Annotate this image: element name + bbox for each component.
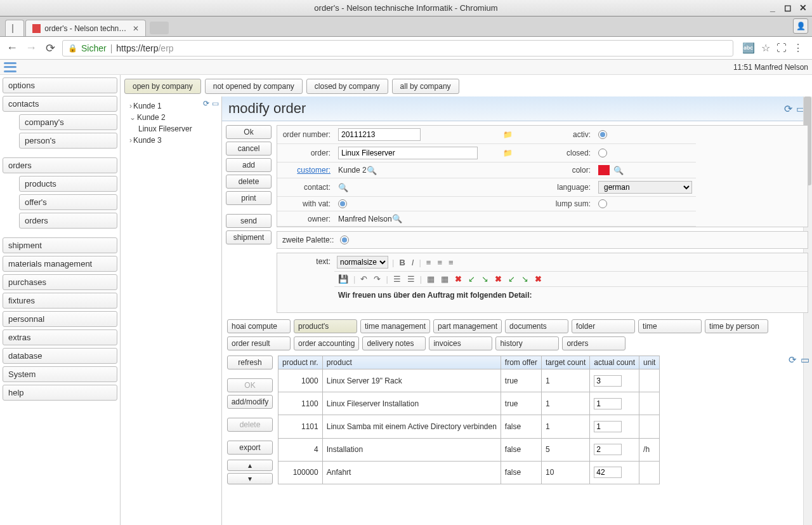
with-vat-radio[interactable] [338,199,347,208]
col-target-count[interactable]: target count [541,356,589,369]
align-left-icon[interactable]: ≡ [425,258,433,267]
folder-icon[interactable]: 📁 [503,130,513,139]
language-select[interactable]: german [598,181,692,194]
close-icon[interactable]: ✕ [798,3,808,13]
fullscreen-icon[interactable]: ⛶ [776,43,787,54]
maximize-icon[interactable]: ◻ [783,3,793,13]
row-before-icon[interactable]: ↙ [467,274,476,284]
table-row[interactable]: 100000Anfahrtfalse10 [278,461,660,484]
tab-documents[interactable]: documents [505,319,568,333]
list-ol-icon[interactable]: ☰ [406,274,416,284]
bookmark-icon[interactable]: ☆ [761,42,770,54]
expand-icon[interactable]: ▭ [212,99,219,108]
redo-icon[interactable]: ↷ [372,274,382,284]
refresh-icon[interactable]: ⟳ [789,354,797,366]
table-row[interactable]: 1101Linux Samba mit einem Active Directo… [278,415,660,438]
sidebar-item-system[interactable]: System [3,366,117,382]
search-icon[interactable]: 🔍 [338,183,348,192]
insert-icon[interactable]: ▦ [440,274,450,284]
sidebar-item-shipment[interactable]: shipment [3,237,117,253]
profile-icon[interactable]: 👤 [793,18,808,34]
tab-folder[interactable]: folder [572,319,635,333]
actual-count-input[interactable] [594,444,622,455]
delete-row-icon[interactable]: ✖ [494,274,503,284]
sidebar-item-orders-sub[interactable]: orders [19,213,117,229]
sidebar-item-persons[interactable]: person's [19,133,117,149]
move-down-button[interactable]: ▾ [227,473,273,484]
align-center-icon[interactable]: ≡ [436,258,443,267]
ok-button[interactable]: Ok [226,125,272,139]
col-after-icon[interactable]: ↘ [520,274,530,284]
search-icon[interactable]: 🔍 [613,166,624,175]
send-button[interactable]: send [226,214,272,228]
sidebar-item-offers[interactable]: offer's [19,194,117,210]
sidebar-item-materials[interactable]: materials management [3,256,117,272]
table-row[interactable]: 4Installationfalse5/h [278,438,660,461]
shipment-button[interactable]: shipment [226,230,272,244]
table-row[interactable]: 1100Linux Fileserver Installationtrue1 [278,392,660,415]
col-from-offer[interactable]: from offer [501,356,541,369]
tab-history[interactable]: history [495,336,559,350]
tab-order-accounting[interactable]: order accounting [294,336,359,350]
sidebar-item-options[interactable]: options [3,77,117,93]
tab-delivery-notes[interactable]: delivery notes [362,336,426,350]
sidebar-item-help[interactable]: help [3,385,117,401]
sidebar-item-orders[interactable]: orders [3,157,117,173]
tree-node-kunde3[interactable]: ›Kunde 3 [123,135,219,146]
bold-icon[interactable]: B [398,258,406,267]
cancel-button[interactable]: cancel [226,142,272,156]
undo-icon[interactable]: ↶ [359,274,369,284]
palette-radio[interactable] [340,236,349,244]
editor-textarea[interactable]: Wir freuen uns über den Auftrag mit folg… [334,287,808,312]
order-name-input[interactable] [338,147,478,159]
tab-time-by-person[interactable]: time by person [705,319,768,333]
tree-node-kunde2[interactable]: ⌄Kunde 2 [123,112,219,123]
sidebar-item-fixtures[interactable]: fixtures [3,293,117,309]
tab-part-management[interactable]: part management [433,319,502,333]
table-ok-button[interactable]: OK [227,378,273,392]
url-input[interactable]: 🔒 Sicher | https://terp/erp [62,40,733,56]
move-up-button[interactable]: ▴ [227,460,273,471]
closed-radio[interactable] [598,149,607,157]
add-modify-button[interactable]: add/modify [227,395,273,409]
tab-time[interactable]: time [638,319,702,333]
browser-tab-blank[interactable] [5,20,24,36]
align-right-icon[interactable]: ≡ [447,258,455,267]
col-product[interactable]: product [322,356,501,369]
refresh-button[interactable]: refresh [227,356,273,369]
hamburger-icon[interactable] [4,62,16,72]
forward-button[interactable]: → [24,41,38,55]
add-button[interactable]: add [226,158,272,172]
maximize-pane-icon[interactable]: ▭ [801,354,809,366]
save-icon[interactable]: 💾 [337,274,350,284]
tab-time-management[interactable]: time management [360,319,430,333]
sidebar-item-products[interactable]: products [19,176,117,192]
delete-col-icon[interactable]: ✖ [534,274,543,284]
tab-hoai-compute[interactable]: hoai compute [227,319,291,333]
sidebar-item-purchases[interactable]: purchases [3,274,117,290]
table-icon[interactable]: ▦ [426,274,436,284]
refresh-icon[interactable]: ⟳ [203,99,209,108]
table-delete-button[interactable]: delete [227,418,273,432]
col-product-nr[interactable]: product nr. [278,356,323,369]
tab-close-icon[interactable]: ✕ [133,24,139,33]
list-ul-icon[interactable]: ☰ [392,274,402,284]
browser-tab-active[interactable]: order's - Nelson technisch ✕ [25,20,146,36]
print-button[interactable]: print [226,191,272,205]
actual-count-input[interactable] [594,467,622,478]
fontsize-select[interactable]: normalsize [337,256,388,269]
folder-icon[interactable]: 📁 [503,149,513,157]
sidebar-item-personnal[interactable]: personnal [3,311,117,327]
tree-node-linux-fileserver[interactable]: Linux Fileserver [123,123,219,135]
col-before-icon[interactable]: ↙ [507,274,516,284]
tab-invoices[interactable]: invoices [429,336,492,350]
tab-order-result[interactable]: order result [227,336,291,350]
actual-count-input[interactable] [594,421,622,432]
tab-not-opened-by-company[interactable]: not opened by company [205,79,303,94]
translate-icon[interactable]: 🔤 [742,42,755,54]
sidebar-item-database[interactable]: database [3,348,117,364]
delete-button[interactable]: delete [226,175,272,189]
sidebar-item-companys[interactable]: company's [19,114,117,130]
color-swatch[interactable] [598,165,610,175]
customer-label-link[interactable]: customer: [277,163,334,178]
